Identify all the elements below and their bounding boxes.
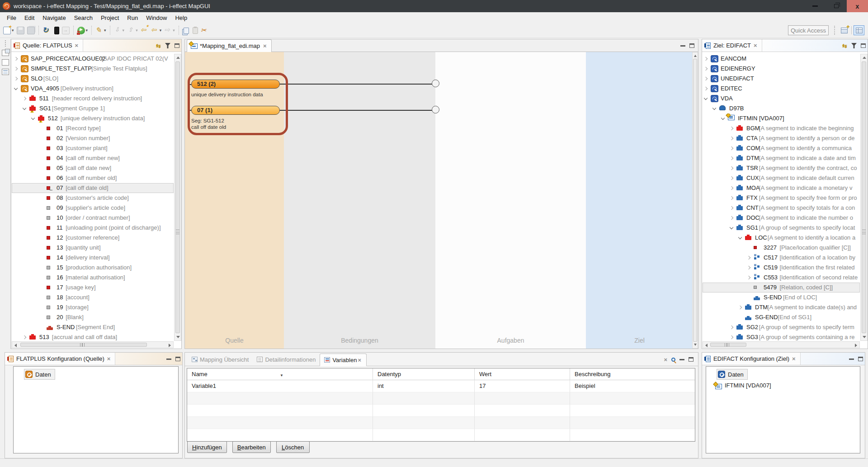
tree-item-bgm[interactable]: BGM[A segment to indicate the beginning (703, 123, 860, 133)
run-mapping-icon[interactable]: ▾ (76, 26, 89, 35)
source-node-07[interactable]: 07 (1) (191, 106, 280, 115)
tree-item-16[interactable]: 16[material authorisation] (12, 273, 174, 283)
minimize-view-icon[interactable] (166, 359, 171, 363)
expand-arrow-icon[interactable] (730, 186, 733, 190)
tree-item-doc[interactable]: DOC[A segment to indicate the number o (703, 213, 860, 223)
collapse-arrow-icon[interactable] (23, 106, 26, 110)
menu-item-help[interactable]: Help (171, 13, 191, 23)
tab-variablen[interactable]: Variablen× (320, 354, 367, 366)
maximize-view-icon[interactable] (858, 357, 863, 361)
tree-item-08[interactable]: 08[customer's article code] (12, 193, 174, 203)
expand-arrow-icon[interactable] (747, 276, 750, 279)
minimize-editor-icon[interactable] (680, 45, 685, 49)
tree-item-09[interactable]: 09[supplier's article code] (12, 203, 174, 213)
magnifier-icon[interactable] (671, 358, 675, 362)
back-to-last-edit-icon[interactable] (140, 26, 149, 35)
tree-item-512[interactable]: 512[unique delivery instruction data] (12, 113, 174, 123)
tree-item-c553[interactable]: C553[Identification of second relate (703, 273, 860, 283)
target-panel-tab[interactable]: Ziel: EDIFACT × (702, 39, 762, 52)
expand-arrow-icon[interactable] (730, 196, 733, 200)
mapping-port-512[interactable] (432, 80, 439, 87)
table-row[interactable]: Variable1int17Beispiel (187, 380, 695, 392)
tree-item-cnt[interactable]: CNT[A segment to specify totals for a co… (703, 203, 860, 213)
maximize-view-icon[interactable] (175, 357, 180, 361)
forward-icon[interactable]: ▾ (163, 26, 176, 35)
config-item-daten[interactable]: Daten (24, 369, 55, 379)
collapse-arrow-icon[interactable] (704, 96, 708, 100)
collapse-arrow-icon[interactable] (712, 106, 716, 110)
tree-item-d97b[interactable]: D97B (703, 104, 860, 113)
tree-item-tsr[interactable]: TSR[A segment to identify the contract, … (703, 163, 860, 173)
tree-item-sg2[interactable]: SG2[A group of segments to specify term (703, 322, 860, 332)
tree-item-moa[interactable]: MOA[A segment to indicate a monetary v (703, 183, 860, 193)
menu-item-navigate[interactable]: Navigate (38, 13, 70, 23)
tree-item-simple-test-flatp[interactable]: SIMPLE_TEST_FLATP[Simple Test Flatplus] (12, 64, 174, 74)
tree-item-17[interactable]: 17[usage key] (12, 283, 174, 292)
tab-mapping-übersicht[interactable]: Mapping Übersicht (188, 353, 253, 366)
tree-item-eancom[interactable]: EANCOM (703, 54, 860, 64)
menu-item-edit[interactable]: Edit (20, 13, 38, 23)
tree-item-c517[interactable]: C517[Identification of a location by (703, 253, 860, 263)
quick-access-box[interactable]: Quick Access (788, 25, 829, 35)
expand-arrow-icon[interactable] (747, 266, 750, 269)
column-header-datentyp[interactable]: Datentyp (373, 368, 475, 380)
maximize-view-icon[interactable] (861, 43, 866, 48)
expand-arrow-icon[interactable] (730, 137, 733, 140)
collapse-arrow-icon[interactable] (14, 86, 18, 90)
previous-annotation-icon[interactable]: ▾ (126, 26, 139, 35)
expand-arrow-icon[interactable] (747, 256, 750, 259)
tree-item-07[interactable]: 07[call off date old] (12, 183, 174, 193)
expand-arrow-icon[interactable] (14, 67, 18, 71)
close-icon[interactable]: × (664, 356, 667, 363)
collapse-arrow-icon[interactable] (31, 116, 35, 120)
tree-item-11[interactable]: 11[unloading point (point of discharge)] (12, 223, 174, 233)
tree-item-5479[interactable]: 5479[Relation, coded [C]] (703, 283, 860, 292)
expand-arrow-icon[interactable] (704, 77, 708, 80)
menu-item-run[interactable]: Run (123, 13, 142, 23)
copy-icon[interactable] (182, 26, 190, 35)
source-panel-tab[interactable]: Quelle: FLATPLUS × (11, 39, 83, 52)
save-icon[interactable] (16, 26, 25, 35)
table-row-empty[interactable] (187, 417, 695, 429)
menu-item-project[interactable]: Project (97, 13, 123, 23)
collapse-arrow-icon[interactable] (738, 236, 742, 239)
tree-item-sg1[interactable]: SG1[Segment Gruppe 1] (12, 104, 174, 113)
editor-vscrollbar[interactable] (692, 52, 698, 349)
close-icon[interactable]: × (357, 357, 362, 363)
close-icon[interactable]: × (791, 355, 797, 362)
maximize-editor-icon[interactable] (689, 43, 694, 48)
tab-detailinformationen[interactable]: Detailinformationen (253, 353, 320, 366)
mapping-line-07[interactable] (280, 110, 432, 111)
expand-arrow-icon[interactable] (23, 97, 26, 100)
expand-arrow-icon[interactable] (14, 57, 18, 61)
tree-item-c519[interactable]: C519[Identification the first related (703, 263, 860, 273)
tree-item-03[interactable]: 03[customer plant] (12, 143, 174, 153)
expand-arrow-icon[interactable] (704, 67, 708, 71)
outline-view-icon[interactable] (2, 69, 9, 75)
maximize-view-icon[interactable] (689, 357, 693, 362)
tree-item-18[interactable]: 18[account] (12, 292, 174, 302)
mapping-perspective-icon[interactable] (854, 25, 864, 35)
maximize-view-icon[interactable] (175, 43, 179, 48)
tree-item-15[interactable]: 15[production authorisation] (12, 263, 174, 273)
tree-item-12[interactable]: 12[customer reference] (12, 233, 174, 243)
tree-item-cta[interactable]: CTA[A segment to identify a person or de (703, 133, 860, 143)
paste-icon[interactable] (191, 26, 199, 35)
tree-item-editec[interactable]: EDITEC (703, 84, 860, 94)
tree-item-06[interactable]: 06[call off number old] (12, 173, 174, 183)
save-all-icon[interactable] (26, 26, 36, 35)
expand-arrow-icon[interactable] (730, 206, 733, 210)
target-tree-vscrollbar[interactable] (860, 54, 868, 341)
mapping-canvas[interactable]: Quelle Bedingungen Aufgaben Ziel (185, 52, 698, 349)
hinzufügen-button[interactable]: Hinzufügen (187, 441, 227, 453)
expand-arrow-icon[interactable] (730, 176, 733, 180)
tree-item-iftmin-vda007-[interactable]: IFTMIN [VDA007] (703, 113, 860, 123)
tree-item-513[interactable]: 513[accrual and call off data] (12, 332, 174, 341)
menu-item-file[interactable]: File (3, 13, 20, 23)
close-icon[interactable]: × (106, 355, 112, 362)
tree-item-19[interactable]: 19[storage] (12, 302, 174, 312)
editor-tab[interactable]: *Mapping_flat_edi.map × (187, 39, 272, 52)
menu-item-window[interactable]: Window (142, 13, 171, 23)
tree-item-slo[interactable]: SLO[SLO] (12, 74, 174, 84)
new-wizard-icon[interactable]: ▾ (2, 26, 15, 35)
